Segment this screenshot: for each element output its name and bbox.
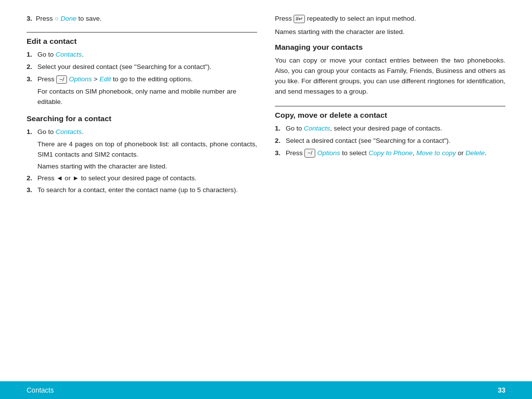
edit-item-2: 2. Select your desired contact (see "Sea… <box>27 62 257 72</box>
managing-section: Managing your contacts You can copy or m… <box>275 42 505 97</box>
copy-delete-section: Copy, move or delete a contact 1. Go to … <box>275 110 505 161</box>
move-to-copy-link: Move to copy <box>416 149 456 157</box>
page: 3. Press ○ Done to save. Edit a contact … <box>0 0 532 399</box>
contacts-link-2: Contacts <box>56 128 82 135</box>
edit-link: Edit <box>100 75 111 83</box>
searching-list: 1. Go to Contacts. <box>27 127 257 137</box>
delete-link: Delete <box>466 149 485 157</box>
options-link-2: Options <box>317 149 340 157</box>
footer-label: Contacts <box>27 386 54 394</box>
intro-num: 3. <box>27 15 32 22</box>
searching-section: Searching for a contact 1. Go to Contact… <box>27 114 257 198</box>
search-sub2: Names starting with the character are li… <box>37 162 257 172</box>
intro-done-link: ○ Done <box>55 15 76 22</box>
edit-item-1: 1. Go to Contacts. <box>27 50 257 60</box>
copy-delete-list: 1. Go to Contacts, select your desired p… <box>275 124 505 159</box>
content-area: 3. Press ○ Done to save. Edit a contact … <box>0 0 532 381</box>
footer-page: 33 <box>498 386 505 394</box>
press-hash-row: Press #↵ repeatedly to select an input m… <box>275 14 505 24</box>
copy-item-2: 2. Select a desired contact (see "Search… <box>275 136 505 146</box>
footer: Contacts 33 <box>0 381 532 399</box>
edit-contact-title: Edit a contact <box>27 36 257 46</box>
search-sub1: There are 4 pages on top of phonebook li… <box>37 139 257 160</box>
edit-contact-list: 1. Go to Contacts. 2. Select your desire… <box>27 50 257 85</box>
divider-1 <box>27 32 257 33</box>
searching-list-2: 2. Press ◄ or ► to select your desired p… <box>27 173 257 196</box>
search-item-3: 3. To search for a contact, enter the co… <box>27 185 257 196</box>
edit-subtext: For contacts on SIM phonebook, only name… <box>37 87 257 107</box>
right-column: Press #↵ repeatedly to select an input m… <box>275 14 505 376</box>
edit-item-3: 3. Press −/ Options > Edit to go to the … <box>27 74 257 85</box>
search-item-1: 1. Go to Contacts. <box>27 127 257 137</box>
left-column: 3. Press ○ Done to save. Edit a contact … <box>27 14 257 376</box>
contacts-link-1: Contacts <box>56 51 82 58</box>
edit-contact-section: Edit a contact 1. Go to Contacts. 2. Sel… <box>27 36 257 109</box>
contacts-link-3: Contacts <box>304 125 330 132</box>
intro-press-label: 3. Press ○ Done to save. <box>27 15 101 22</box>
copy-item-1: 1. Go to Contacts, select your desired p… <box>275 124 505 134</box>
managing-title: Managing your contacts <box>275 42 505 52</box>
names-listed-text-top: Names starting with the character are li… <box>275 27 505 37</box>
searching-title: Searching for a contact <box>27 114 257 124</box>
options-key: −/ <box>56 75 67 84</box>
copy-item-3: 3. Press −/ Options to select Copy to Ph… <box>275 148 505 159</box>
intro-item-3: 3. Press ○ Done to save. <box>27 14 257 24</box>
managing-body: You can copy or move your contact entrie… <box>275 56 505 97</box>
search-item-2: 2. Press ◄ or ► to select your desired p… <box>27 173 257 184</box>
options-link: Options <box>69 75 92 83</box>
hash-key: #↵ <box>294 15 305 23</box>
options-key-2: −/ <box>304 149 315 157</box>
divider-2 <box>275 106 505 106</box>
copy-delete-title: Copy, move or delete a contact <box>275 110 505 120</box>
copy-to-phone-link: Copy to Phone <box>368 149 412 157</box>
